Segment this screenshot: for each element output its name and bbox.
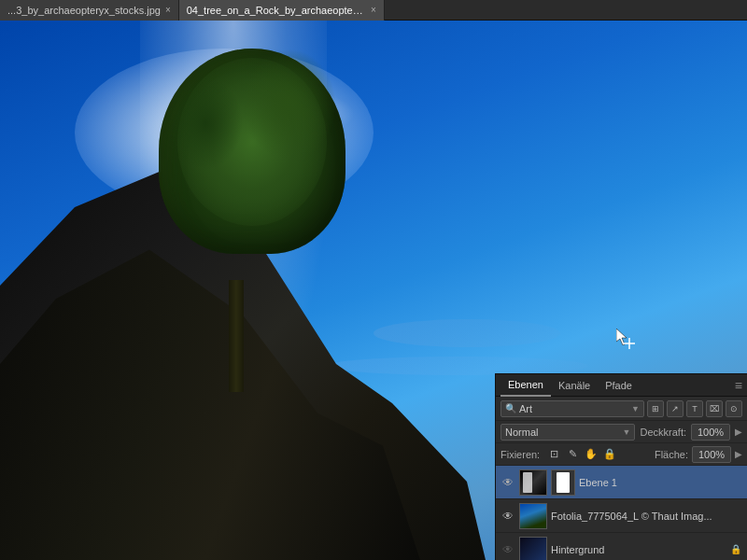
layer-1-thumbnail bbox=[519, 469, 547, 496]
filter-btn-text[interactable]: T bbox=[686, 400, 703, 417]
layer-3-visibility[interactable]: 👁 bbox=[500, 542, 515, 557]
filter-dropdown-arrow: ▼ bbox=[631, 404, 640, 413]
layer-2-name: Fotolia_7775064_L © Thaut Imag... bbox=[551, 511, 742, 522]
fix-icon-all[interactable]: 🔒 bbox=[602, 447, 617, 462]
opacity-label: Deckkraft: bbox=[640, 427, 686, 438]
filter-btn-adjust[interactable]: ↗ bbox=[667, 400, 684, 417]
search-icon: 🔍 bbox=[505, 403, 516, 413]
titlebar: ...3_by_archaeopteryx_stocks.jpg × 04_tr… bbox=[0, 0, 747, 21]
tab-2-close[interactable]: × bbox=[371, 5, 376, 15]
layer-3-thumbnail bbox=[519, 537, 547, 561]
panel-menu-icon[interactable]: ≡ bbox=[735, 378, 742, 393]
tab-1-close[interactable]: × bbox=[165, 5, 171, 15]
layer-3-name: Hintergrund bbox=[551, 544, 726, 555]
layer-1-name: Ebene 1 bbox=[579, 477, 742, 488]
tree-trunk bbox=[229, 280, 244, 392]
layer-row-ebene1[interactable]: 👁 Ebene 1 bbox=[496, 466, 747, 499]
tree-foliage bbox=[159, 49, 345, 254]
panel-tabs: Ebenen Kanäle Pfade ≡ bbox=[496, 374, 747, 397]
fix-row: Fixieren: ⊡ ✎ ✋ 🔒 Fläche: 100% ▶ bbox=[496, 443, 747, 466]
search-box[interactable]: 🔍 ▼ bbox=[500, 400, 644, 417]
layer-1-mask bbox=[551, 469, 575, 496]
layer-3-lock-icon: 🔒 bbox=[729, 543, 742, 556]
cloud-wisp-2 bbox=[374, 319, 560, 347]
tab-2-label: 04_tree_on_a_Rock_by_archaeopteryx_stock… bbox=[187, 5, 366, 16]
blend-mode-arrow: ▼ bbox=[623, 427, 631, 437]
layer-2-visibility[interactable]: 👁 bbox=[500, 509, 515, 524]
fill-input[interactable]: 100% bbox=[692, 446, 731, 463]
filter-input[interactable] bbox=[519, 403, 628, 414]
fix-label: Fixieren: bbox=[500, 449, 540, 460]
layers-list: 👁 Ebene 1 👁 Fotolia_7775064_L © Thaut Im… bbox=[496, 466, 747, 560]
blend-row: Normal ▼ Deckkraft: 100% ▶ bbox=[496, 421, 747, 443]
opacity-stepper[interactable]: ▶ bbox=[735, 427, 742, 437]
layer-1-visibility[interactable]: 👁 bbox=[500, 475, 515, 490]
layers-panel: Ebenen Kanäle Pfade ≡ 🔍 ▼ ⊞ ↗ T ⌧ ⊙ bbox=[495, 373, 747, 560]
filter-btn-smart[interactable]: ⊙ bbox=[726, 400, 742, 417]
fix-icon-pixels[interactable]: ⊡ bbox=[546, 447, 561, 462]
cloud-wisp-3 bbox=[327, 357, 588, 375]
layer-2-thumbnail bbox=[519, 503, 547, 529]
fill-label: Fläche: bbox=[655, 449, 688, 460]
layer-row-hintergrund[interactable]: 👁 Hintergrund 🔒 bbox=[496, 533, 747, 560]
opacity-input[interactable]: 100% bbox=[691, 424, 730, 441]
filter-btn-image[interactable]: ⊞ bbox=[647, 400, 664, 417]
tab-kanäle[interactable]: Kanäle bbox=[551, 374, 598, 397]
filter-btn-shape[interactable]: ⌧ bbox=[706, 400, 723, 417]
tab-1-label: ...3_by_archaeopteryx_stocks.jpg bbox=[7, 5, 161, 16]
tab-1[interactable]: ...3_by_archaeopteryx_stocks.jpg × bbox=[0, 0, 179, 21]
filter-row: 🔍 ▼ ⊞ ↗ T ⌧ ⊙ bbox=[496, 397, 747, 421]
fix-icon-paint[interactable]: ✎ bbox=[565, 447, 580, 462]
canvas-area: Ebenen Kanäle Pfade ≡ 🔍 ▼ ⊞ ↗ T ⌧ ⊙ bbox=[0, 21, 747, 560]
fill-stepper[interactable]: ▶ bbox=[735, 449, 742, 459]
tab-ebenen[interactable]: Ebenen bbox=[500, 374, 551, 397]
layer-row-fotolia[interactable]: 👁 Fotolia_7775064_L © Thaut Imag... bbox=[496, 499, 747, 533]
tab-pfade[interactable]: Pfade bbox=[598, 374, 640, 397]
fix-icon-move[interactable]: ✋ bbox=[584, 447, 599, 462]
blend-mode-select[interactable]: Normal ▼ bbox=[500, 424, 635, 441]
tab-2[interactable]: 04_tree_on_a_Rock_by_archaeopteryx_stock… bbox=[179, 0, 385, 21]
